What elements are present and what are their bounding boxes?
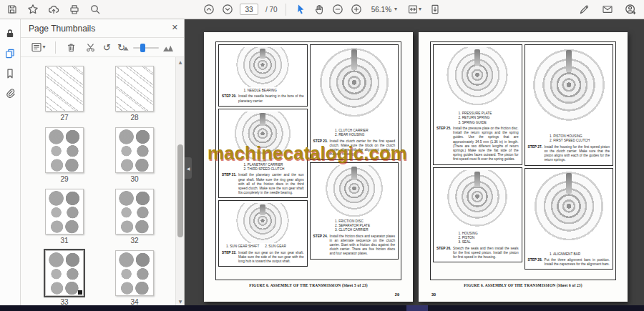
print-button[interactable]	[68, 3, 81, 16]
thumbnail-image	[115, 127, 154, 173]
account-share-button[interactable]	[624, 3, 637, 16]
search-button[interactable]	[89, 3, 102, 16]
next-page-button[interactable]	[221, 3, 234, 16]
share-button[interactable]	[47, 3, 60, 16]
page-display-button[interactable]	[429, 3, 441, 16]
email-button[interactable]	[601, 3, 614, 16]
toolbar-separator	[55, 41, 56, 54]
scroll-up-icon: ▲	[179, 59, 182, 64]
step-text: Stretch the seals and then install the s…	[453, 247, 519, 260]
page-up-icon	[203, 4, 215, 15]
large-thumbnail-icon	[162, 43, 174, 52]
thumbnail-page-34[interactable]: 34	[114, 250, 155, 311]
step-26-panel: 1. HOUSING 2. PISTON 3. SEAL STEP 26.Str…	[433, 167, 522, 263]
zoom-in-button[interactable]	[350, 3, 363, 16]
scrollbar-thumb[interactable]	[177, 144, 183, 237]
save-button[interactable]	[6, 3, 19, 16]
select-tool-button[interactable]	[294, 3, 307, 16]
close-icon: ✕	[172, 23, 178, 32]
fit-width-dropdown[interactable]: ▾	[406, 3, 423, 16]
panel-header: Page Thumbnails ✕	[21, 19, 184, 38]
step-24-panel: 1. FRICTION DISC 2. SEPARATOR PLATE 3. C…	[310, 162, 399, 260]
photo-caption: 3. SEAL	[436, 240, 519, 245]
step-label: STEP 28.	[528, 258, 543, 267]
photo-caption: 2. THIRD SPEED CLUTCH	[221, 167, 305, 172]
step-21-panel: 1. PLANETARY CARRIER 2. THIRD SPEED CLUT…	[218, 109, 308, 199]
photo-caption: 1. SUN GEAR SHAFT 2. SUN GEAR	[221, 245, 305, 249]
toolbar-separator	[286, 4, 286, 16]
main-toolbar: / 70 56.1% ▾ ▾	[0, 0, 644, 19]
fit-width-icon	[407, 4, 419, 15]
delete-pages-button[interactable]	[64, 41, 77, 54]
sidebar-scrollbar[interactable]: ▲ ▼	[175, 57, 184, 305]
zoom-out-icon	[332, 4, 343, 15]
bookmark-icon	[4, 68, 16, 79]
slider-handle[interactable]	[140, 44, 145, 52]
step-text: Install the needle bearing in the bore o…	[238, 94, 304, 103]
page-down-icon	[222, 4, 233, 15]
scrollbar-down-arrow[interactable]: ▼	[176, 297, 185, 305]
page-column-right: 1. CLUTCH CARRIER 2. REAR HOUSING STEP 2…	[310, 44, 399, 277]
page-thumbnails-icon	[4, 48, 16, 59]
zoom-in-icon	[351, 4, 362, 15]
step-label: STEP 27.	[528, 145, 543, 163]
thumbnail-page-32[interactable]: 32	[114, 189, 155, 250]
thumbnail-label: 29	[44, 175, 84, 183]
bottom-edge-bar	[0, 305, 644, 311]
thumbnail-page-28[interactable]: 28	[114, 66, 155, 127]
zoom-level-dropdown[interactable]: 56.1% ▾	[369, 4, 400, 15]
caret-down-icon: ▾	[394, 6, 397, 12]
step-text: Install the pressure plate on the fricti…	[453, 127, 519, 162]
caret-down-icon: ▾	[42, 44, 45, 50]
panel-title: Page Thumbnails	[29, 24, 95, 34]
step-text: Install the planetary carrier and the su…	[238, 173, 304, 195]
rotate-ccw-icon: ↺	[103, 42, 111, 53]
photo-caption: 1. NEEDLE BEARING	[221, 89, 305, 93]
thumbnail-page-29[interactable]: 29	[44, 127, 84, 189]
step-25-photo	[437, 47, 517, 110]
protection-lock-button[interactable]	[4, 27, 16, 40]
step-28-panel: 1. ALIGNMENT BAR STEP 28.Put the three a…	[525, 168, 614, 270]
page-thumbnails-panel-button[interactable]	[4, 47, 16, 60]
thumbnail-page-27[interactable]: 27	[44, 66, 84, 127]
thumbnail-page-33[interactable]: 33	[44, 250, 84, 311]
pointer-icon	[295, 4, 306, 15]
thumbnail-image	[115, 250, 154, 296]
close-panel-button[interactable]: ✕	[172, 23, 178, 32]
step-label: STEP 25.	[436, 127, 452, 162]
toolbar-center-group: / 70 56.1% ▾ ▾	[203, 0, 441, 19]
step-25-panel: 1. PRESSURE PLATE 2. RETURN SPRING 3. SP…	[433, 44, 522, 165]
collapse-panel-button[interactable]: ◀	[185, 157, 192, 179]
step-24-photo	[314, 165, 394, 218]
attachments-panel-button[interactable]	[4, 87, 16, 100]
zoom-out-button[interactable]	[331, 3, 344, 16]
photo-caption: 2. FIRST SPEED CLUTCH	[527, 139, 611, 143]
step-23-photo	[314, 47, 394, 127]
bookmarks-panel-button[interactable]	[4, 67, 16, 80]
step-text: Install the housing for the first speed …	[545, 145, 610, 163]
thumbnails-toolbar: ▾ ↺ ↻	[21, 38, 184, 57]
thumbnail-label: 30	[114, 175, 155, 183]
thumbnail-image	[115, 189, 154, 235]
options-menu-button[interactable]: ▾	[31, 41, 47, 54]
step-28-photo	[529, 171, 609, 251]
extract-pages-button[interactable]	[84, 41, 97, 54]
document-canvas[interactable]: ◀ 1. NEEDLE BEARING STEP 20.Install the …	[185, 19, 644, 305]
step-27-panel: 1. PISTON HOUSING 2. FIRST SPEED CLUTCH …	[525, 44, 614, 166]
current-page-input[interactable]	[240, 4, 258, 15]
figure-border: 1. PRESSURE PLATE 2. RETURN SPRING 3. SP…	[430, 41, 616, 280]
photo-caption: 3. SPRING GUIDE	[436, 121, 519, 125]
favorite-button[interactable]	[26, 3, 39, 16]
step-label: STEP 21.	[222, 173, 237, 195]
hand-tool-button[interactable]	[313, 3, 326, 16]
rotate-counterclockwise-button[interactable]: ↺	[103, 43, 111, 52]
step-text: Install the sun gear on the sun gear sha…	[238, 251, 304, 265]
fill-sign-button[interactable]	[578, 3, 591, 16]
scrollbar-up-arrow[interactable]: ▲	[176, 58, 185, 65]
previous-page-button[interactable]	[203, 3, 215, 16]
slider-track[interactable]	[133, 47, 159, 49]
thumbnail-page-31[interactable]: 31	[44, 189, 84, 250]
envelope-icon	[602, 4, 613, 15]
toolbar-left-group	[6, 0, 102, 19]
thumbnail-page-30[interactable]: 30	[114, 127, 155, 189]
